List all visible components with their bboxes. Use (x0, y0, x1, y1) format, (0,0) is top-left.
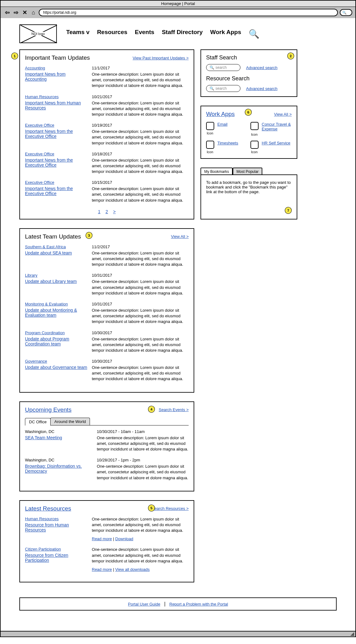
read-more-link[interactable]: Read more (92, 536, 112, 541)
work-apps-panel: 6 Work Apps View All > Email Icon Concur… (200, 106, 297, 159)
search-icon[interactable]: 🔍 (249, 29, 260, 39)
latest-resources-title[interactable]: Latest Resources (25, 505, 71, 512)
update-description: One-sentence description: Lorem ipsum do… (92, 158, 189, 175)
nav-events[interactable]: Events (135, 29, 154, 39)
update-date: 10/21/2017 (92, 94, 189, 99)
update-title-link[interactable]: Update about Montioring & Evaluation tea… (25, 308, 87, 318)
app-icon[interactable] (250, 122, 259, 130)
tab-my-bookmarks[interactable]: My Bookmarks (200, 168, 233, 175)
app-link[interactable]: Concur Travel & Expense (262, 122, 292, 131)
update-date: 10/18/2017 (92, 152, 189, 156)
category-link[interactable]: Library (25, 273, 87, 278)
app-link[interactable]: HR Self Service (262, 141, 290, 145)
app-item: HR Self Service Icon (250, 141, 292, 154)
category-link[interactable]: Human Resources (25, 516, 87, 521)
category-link[interactable]: Accounting (25, 66, 87, 70)
download-link[interactable]: View all downloads (115, 567, 150, 572)
staff-search-input[interactable]: 🔍search (206, 64, 240, 71)
browser-search[interactable]: 🔍 (340, 9, 352, 16)
download-link[interactable]: Download (115, 536, 133, 541)
update-title-link[interactable]: Important News from the Executive Office (25, 186, 87, 196)
app-icon[interactable] (250, 141, 259, 149)
update-title-link[interactable]: Update about SEA team (25, 250, 87, 255)
update-item: Southern & East Africa Update about SEA … (25, 244, 189, 268)
nav-resources[interactable]: Resources (97, 29, 127, 39)
update-description: One-sentence description: Lorem ipsum do… (92, 129, 189, 146)
event-location: Washington, DC (25, 429, 91, 434)
app-link[interactable]: Email (217, 122, 228, 127)
category-link[interactable]: Monitoring & Evaluation (25, 302, 87, 306)
footer-report-problem-link[interactable]: Report a Problem with the Portal (169, 602, 228, 606)
page-2[interactable]: 2 (106, 209, 108, 214)
search-events-link[interactable]: Search Events > (159, 407, 189, 412)
stop-button[interactable]: ✕ (21, 9, 28, 16)
resource-description: One-sentence description: Lorem ipsum do… (92, 547, 189, 564)
update-title-link[interactable]: Important News from the Executive Office (25, 129, 87, 139)
category-link[interactable]: Citizen Participation (25, 547, 87, 551)
update-description: One-sentence description: Lorem ipsum do… (92, 100, 189, 118)
latest-view-all-link[interactable]: View All > (171, 234, 189, 239)
category-link[interactable]: Southern & East Africa (25, 244, 87, 249)
update-title-link[interactable]: Update about Governance team (25, 365, 87, 370)
back-button[interactable]: ⇦ (4, 9, 11, 16)
resource-title-link[interactable]: Resource from Citizen Participation (25, 553, 87, 563)
staff-advanced-search-link[interactable]: Advanced search (246, 65, 277, 70)
category-link[interactable]: Governance (25, 359, 87, 364)
read-more-link[interactable]: Read more (92, 567, 112, 572)
logo-label: NDI logo (30, 32, 46, 36)
search-small-icon: 🔍 (210, 86, 214, 91)
logo[interactable]: NDI logo (19, 24, 57, 43)
resource-title-link[interactable]: Resource from Human Resources (25, 522, 87, 532)
work-apps-view-all-link[interactable]: View All > (274, 112, 292, 117)
home-button[interactable]: ⌂ (30, 9, 37, 16)
update-date: 11/2/2017 (92, 244, 189, 249)
tab-most-popular[interactable]: Most Popular (233, 168, 262, 175)
nav-staff-directory[interactable]: Staff Directory (162, 29, 203, 39)
nav-work-apps[interactable]: Work Apps (210, 29, 241, 39)
page-next[interactable]: > (113, 209, 116, 214)
footer-user-guide-link[interactable]: Portal User Guide (128, 602, 160, 606)
forward-button[interactable]: ⇨ (12, 9, 19, 16)
update-title-link[interactable]: Update about Program Coordination team (25, 336, 87, 346)
update-item: Library Update about Library team 10/31/… (25, 273, 189, 296)
resource-item: Citizen Participation Resource from Citi… (25, 547, 189, 572)
search-panel: 2 Staff Search 🔍search Advanced search R… (200, 49, 297, 97)
nav-teams[interactable]: Teams v (66, 29, 90, 39)
tab-around-world[interactable]: Around the World (50, 418, 90, 425)
app-icon[interactable] (206, 122, 214, 130)
update-title-link[interactable]: Important News from Human Resources (25, 100, 87, 110)
event-item: Washington, DC Brownbag: Disinformation … (25, 458, 189, 481)
update-title-link[interactable]: Important News from the Executive Office (25, 158, 87, 168)
app-link[interactable]: Timesheets (217, 141, 238, 145)
tab-dc-office[interactable]: DC Office (25, 418, 51, 425)
update-title-link[interactable]: Update about Library team (25, 279, 87, 284)
search-resources-link[interactable]: Search Resources > (152, 506, 189, 511)
update-date: 11/1/2017 (92, 66, 189, 70)
status-bar (1, 631, 355, 636)
important-updates-title: Important Team Updates (25, 54, 90, 61)
update-description: One-sentence description: Lorem ipsum do… (92, 72, 189, 89)
pagination: 1 2 > (25, 209, 189, 214)
category-link[interactable]: Program Coordination (25, 330, 87, 335)
category-link[interactable]: Human Resources (25, 94, 87, 99)
view-past-updates-link[interactable]: View Past Important Updates > (133, 56, 189, 60)
event-title-link[interactable]: Brownbag: Disinformation vs. Democracy (25, 464, 91, 474)
icon-label: Icon (251, 150, 258, 154)
resource-advanced-search-link[interactable]: Advanced search (246, 86, 277, 91)
update-title-link[interactable]: Important News from Accounting (25, 72, 87, 82)
resource-search-input[interactable]: 🔍search (206, 85, 240, 92)
category-link[interactable]: Executive Office (25, 152, 87, 156)
event-title-link[interactable]: SEA Team Meeting (25, 435, 91, 440)
update-date: 10/31/2017 (92, 273, 189, 278)
update-date: 10/19/2017 (92, 123, 189, 128)
url-bar[interactable]: https://portal.ndi.org (39, 9, 338, 16)
category-link[interactable]: Executive Office (25, 123, 87, 128)
upcoming-events-title[interactable]: Upcoming Events (25, 406, 72, 413)
page-1[interactable]: 1 (98, 209, 101, 214)
work-apps-title[interactable]: Work Apps (206, 111, 235, 118)
category-link[interactable]: Executive Office (25, 180, 87, 185)
app-item: Concur Travel & Expense Icon (250, 122, 292, 136)
app-icon[interactable] (206, 141, 214, 149)
latest-updates-title: Latest Team Updates (25, 233, 81, 240)
event-location: Washington, DC (25, 458, 91, 462)
